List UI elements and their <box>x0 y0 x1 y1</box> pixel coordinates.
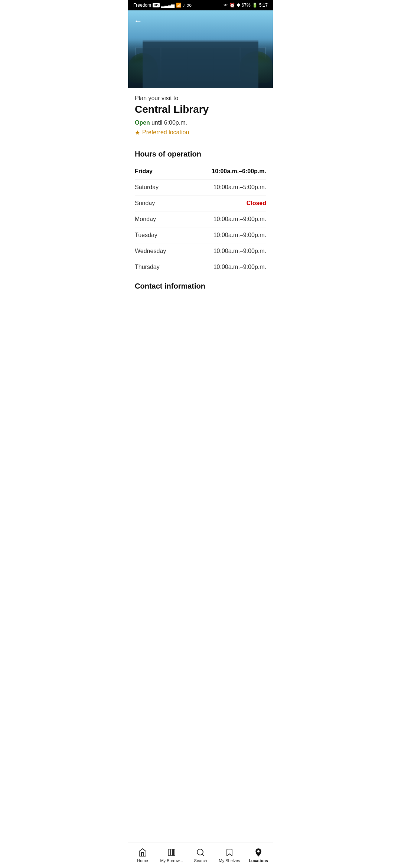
day-hours: Closed <box>247 200 266 207</box>
building-overlay <box>128 40 273 88</box>
day-name: Saturday <box>135 184 159 191</box>
hours-row: Friday10:00a.m.–6:00p.m. <box>135 164 266 180</box>
music-icon: ♪ <box>183 3 185 8</box>
wifi-icon: 📶 <box>176 3 182 8</box>
contact-title: Contact information <box>135 282 266 290</box>
alarm-icon: ⏰ <box>229 3 235 8</box>
status-left: Freedom HD ▂▃▄▅ 📶 ♪ oo <box>133 3 192 8</box>
hours-section: Hours of operation Friday10:00a.m.–6:00p… <box>128 143 273 275</box>
battery-icon: 🔋 <box>252 3 258 8</box>
hours-row: Monday10:00a.m.–9:00p.m. <box>135 211 266 227</box>
day-hours: 10:00a.m.–9:00p.m. <box>213 232 266 239</box>
col-panel-3 <box>188 47 213 81</box>
back-button[interactable]: ← <box>133 15 144 27</box>
bluetooth-icon: ✱ <box>237 3 240 8</box>
open-until: until 6:00p.m. <box>151 119 187 126</box>
col-panel-2 <box>162 47 187 81</box>
day-name: Friday <box>135 168 153 175</box>
hours-row: Thursday10:00a.m.–9:00p.m. <box>135 259 266 275</box>
voicemail-icon: oo <box>187 3 192 8</box>
eye-icon: 👁 <box>224 3 228 8</box>
day-name: Sunday <box>135 200 155 207</box>
star-icon: ★ <box>135 129 140 136</box>
hero-image: ← <box>128 10 273 88</box>
contact-section: Contact information <box>128 275 273 290</box>
day-name: Wednesday <box>135 248 166 254</box>
day-hours: 10:00a.m.–6:00p.m. <box>212 168 266 175</box>
status-line: Open until 6:00p.m. <box>135 119 266 126</box>
building-glass <box>136 47 266 81</box>
status-right: 👁 ⏰ ✱ 67% 🔋 5:17 <box>224 3 268 8</box>
signal-icon: ▂▃▄▅ <box>161 3 175 8</box>
library-name: Central Library <box>135 103 266 116</box>
status-bar: Freedom HD ▂▃▄▅ 📶 ♪ oo 👁 ⏰ ✱ 67% 🔋 5:17 <box>128 0 273 10</box>
hours-row: SundayClosed <box>135 195 266 211</box>
day-hours: 10:00a.m.–9:00p.m. <box>213 264 266 270</box>
hours-row: Tuesday10:00a.m.–9:00p.m. <box>135 227 266 243</box>
hours-row: Wednesday10:00a.m.–9:00p.m. <box>135 243 266 259</box>
plan-visit-text: Plan your visit to <box>135 95 266 102</box>
day-name: Monday <box>135 216 156 223</box>
day-name: Tuesday <box>135 232 157 239</box>
preferred-location-row[interactable]: ★ Preferred location <box>135 129 266 136</box>
col-panel-4 <box>214 47 239 81</box>
hours-title: Hours of operation <box>135 150 266 158</box>
open-status: Open <box>135 119 150 126</box>
hd-badge: HD <box>153 3 160 7</box>
day-hours: 10:00a.m.–9:00p.m. <box>213 248 266 254</box>
preferred-location-label: Preferred location <box>142 129 189 136</box>
day-hours: 10:00a.m.–5:00p.m. <box>213 184 266 191</box>
time-label: 5:17 <box>259 3 268 8</box>
hours-row: Saturday10:00a.m.–5:00p.m. <box>135 180 266 195</box>
content-area: Plan your visit to Central Library Open … <box>128 88 273 136</box>
hours-table: Friday10:00a.m.–6:00p.m.Saturday10:00a.m… <box>135 164 266 275</box>
day-hours: 10:00a.m.–9:00p.m. <box>213 216 266 223</box>
battery-label: 67% <box>242 3 251 8</box>
carrier-label: Freedom <box>133 3 151 8</box>
day-name: Thursday <box>135 264 160 270</box>
building-columns <box>136 47 266 81</box>
